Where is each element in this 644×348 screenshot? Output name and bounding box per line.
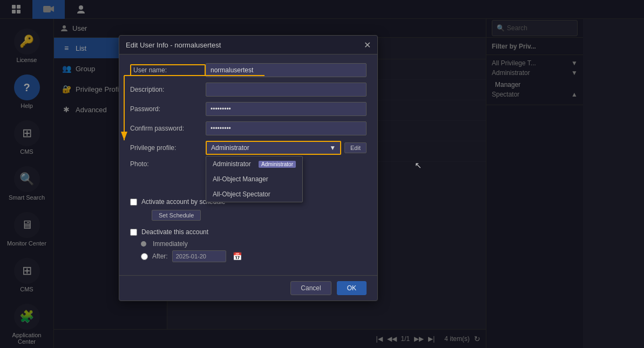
ok-button[interactable]: OK	[337, 281, 367, 295]
username-input[interactable]	[206, 63, 367, 77]
calendar-icon[interactable]: 📅	[233, 252, 242, 261]
deactivate-checkbox[interactable]	[130, 229, 137, 236]
dropdown-item-all-object-manager[interactable]: All-Object Manager	[206, 172, 302, 187]
deactivate-checkbox-row: Deactivate this account	[130, 228, 367, 236]
password-row: Password:	[130, 102, 367, 116]
immediately-dot	[141, 241, 146, 247]
activate-checkbox[interactable]	[130, 199, 137, 206]
chevron-down-icon-priv: ▼	[329, 144, 336, 152]
confirm-password-label: Confirm password:	[130, 125, 206, 132]
dropdown-option-manager: All-Object Manager	[213, 175, 268, 183]
privilege-profile-row: Privilege profile: Administrator ▼ Edit …	[130, 141, 367, 155]
description-input[interactable]	[206, 83, 367, 97]
photo-label: Photo:	[130, 160, 206, 168]
username-row: User name:	[130, 63, 367, 77]
privilege-selected-value: Administrator	[211, 144, 249, 152]
dropdown-item-all-object-spectator[interactable]: All-Object Spectator	[206, 187, 302, 202]
modal-title-bar: Edit User Info - normalusertest ✕	[119, 36, 377, 54]
after-label: After:	[152, 253, 168, 260]
dropdown-item-administrator[interactable]: Administrator Administrator	[206, 156, 302, 172]
after-radio-row: After: 📅	[141, 250, 367, 262]
privilege-select[interactable]: Administrator ▼	[206, 141, 341, 155]
modal-footer: Cancel OK	[119, 275, 377, 301]
password-label: Password:	[130, 105, 206, 113]
dropdown-option-admin: Administrator	[213, 160, 251, 168]
set-schedule-button[interactable]: Set Schedule	[152, 210, 201, 221]
description-row: Description:	[130, 83, 367, 97]
description-label: Description:	[130, 86, 206, 93]
deactivate-options: Immediately After: 📅	[141, 240, 367, 262]
privilege-edit-button[interactable]: Edit	[344, 142, 367, 153]
deactivate-label: Deactivate this account	[141, 228, 208, 236]
confirm-password-input[interactable]	[206, 121, 367, 135]
modal-close-button[interactable]: ✕	[364, 40, 371, 50]
after-radio[interactable]	[141, 253, 148, 260]
check-badge-admin: Administrator	[259, 161, 296, 168]
modal-body: User name: Description: Password: Confir…	[119, 54, 377, 275]
edit-user-modal: Edit User Info - normalusertest ✕ User n…	[119, 35, 378, 301]
password-input[interactable]	[206, 102, 367, 116]
privilege-label: Privilege profile:	[130, 144, 206, 152]
privilege-dropdown: Administrator Administrator All-Object M…	[206, 156, 303, 202]
immediately-label: Immediately	[153, 240, 188, 248]
immediately-radio-row: Immediately	[141, 240, 367, 248]
modal-title: Edit User Info - normalusertest	[126, 41, 221, 49]
username-label: User name:	[130, 64, 206, 76]
confirm-password-row: Confirm password:	[130, 121, 367, 135]
after-date-input[interactable]	[172, 250, 226, 262]
cancel-button[interactable]: Cancel	[290, 281, 331, 295]
dropdown-option-spectator: All-Object Spectator	[213, 190, 270, 198]
privilege-select-wrapper: Administrator ▼ Edit Administrator Admin…	[206, 141, 367, 155]
